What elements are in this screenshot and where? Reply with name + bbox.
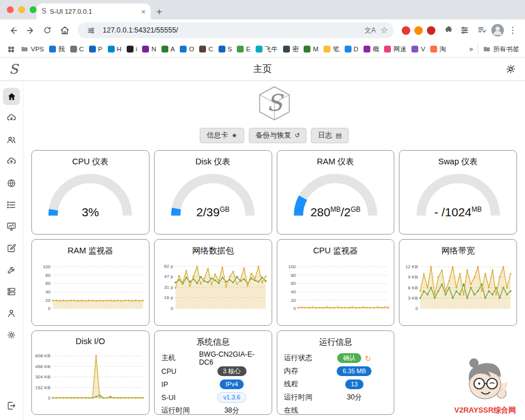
network-packets-chart: 016 p31 p47 p62 p [156, 259, 269, 317]
bookmark-item[interactable]: 概 [364, 45, 379, 54]
reload-button[interactable] [40, 23, 55, 38]
url-text[interactable]: 127.0.0.1:54321/55555/ [103, 26, 360, 34]
forward-button[interactable] [23, 23, 38, 38]
bookmark-favicon [199, 46, 206, 52]
extension-badge-icon[interactable] [427, 26, 435, 35]
new-tab-button[interactable]: + [156, 7, 162, 17]
sidebar-item-config[interactable] [3, 240, 20, 257]
address-bar[interactable]: 127.0.0.1:54321/55555/ 文A ☆ [78, 22, 394, 38]
bookmark-favicon [304, 46, 310, 52]
button-label: 备份与恢复 [256, 131, 292, 140]
bookmark-item[interactable]: 网速 [384, 45, 406, 54]
svg-text:80: 80 [45, 273, 51, 278]
extension-badge-icon[interactable] [402, 26, 410, 35]
card-title: Swap 仪表 [399, 156, 516, 167]
bookmark-item[interactable]: i [127, 46, 138, 52]
sidebar-item-logout[interactable] [3, 397, 20, 414]
extensions-puzzle-icon[interactable] [440, 23, 455, 38]
sidebar-item-endpoints[interactable] [3, 175, 20, 192]
bookmark-item[interactable]: E [237, 46, 251, 52]
gauge-value: 2/39GB [170, 205, 256, 219]
bookmark-item[interactable]: N [142, 46, 156, 52]
bookmark-item[interactable]: 飞牛 [256, 45, 278, 54]
sidebar-item-panel[interactable] [3, 283, 20, 300]
svg-text:31 p: 31 p [164, 285, 173, 290]
translate-icon[interactable]: 文A [365, 26, 376, 35]
ram-monitor-chart: 020406080100 [33, 259, 147, 317]
bookmark-item[interactable]: H [108, 46, 122, 52]
disk-io-card: Disk I/O 0152 KB304 KB456 KB608 KB [31, 330, 150, 415]
sidebar-item-rules[interactable] [3, 196, 20, 213]
log-button[interactable]: 日志▤ [311, 128, 348, 143]
bookmark-label: 我 [58, 45, 65, 54]
info-label: 主机 [161, 353, 199, 363]
apps-grid-icon[interactable] [6, 44, 16, 54]
sidebar-item-admin[interactable] [3, 305, 20, 322]
bookmark-item[interactable]: D [345, 46, 358, 52]
theme-toggle-icon[interactable] [506, 64, 516, 74]
browser-menu-icon[interactable]: ⋮ [506, 25, 519, 35]
back-button[interactable] [6, 23, 21, 38]
bookmark-item[interactable]: C [70, 46, 84, 52]
svg-text:40: 40 [290, 289, 296, 294]
reading-list-icon[interactable] [474, 23, 489, 38]
bookmark-item[interactable]: S [219, 46, 232, 52]
bookmark-item[interactable]: C [199, 46, 213, 52]
card-title: 系统信息 [155, 337, 272, 348]
extension-badge-icon[interactable] [414, 26, 423, 35]
bookmark-item[interactable]: 淘 [430, 45, 446, 54]
browser-tab[interactable]: S S-UI 127.0.0.1 × [37, 3, 151, 19]
zoom-window-button[interactable] [30, 6, 37, 13]
bookmark-item[interactable]: O [180, 46, 194, 52]
info-label: 线程 [284, 379, 322, 389]
bookmark-label: V [421, 46, 425, 52]
sidebar-item-clients[interactable] [3, 131, 20, 148]
svg-text:100: 100 [43, 264, 51, 269]
tab-close-icon[interactable]: × [141, 7, 146, 16]
sidebar-item-monitor[interactable] [3, 218, 20, 235]
browser-toolbar: 127.0.0.1:54321/55555/ 文A ☆ ⋮ [0, 19, 525, 41]
profile-avatar[interactable] [491, 24, 504, 37]
sidebar-item-settings[interactable] [3, 326, 20, 344]
all-bookmarks-button[interactable]: 所有书签 [483, 45, 519, 54]
bookmark-item[interactable]: 笔 [324, 45, 340, 54]
close-window-button[interactable] [7, 6, 14, 13]
folder-label: VPS [31, 46, 44, 52]
bookmark-item[interactable]: A [161, 46, 175, 52]
bookmark-favicon [49, 46, 56, 52]
bookmark-favicon [89, 46, 96, 52]
bookmark-label: P [98, 46, 103, 52]
sidebar-item-home[interactable] [3, 88, 20, 105]
restart-icon[interactable]: ↻ [365, 354, 371, 362]
sidebar-item-tools[interactable] [3, 261, 20, 278]
home-button[interactable] [57, 23, 72, 38]
watermark: V2RAYSSR综合网 [453, 356, 517, 415]
bookmark-item[interactable]: 我 [49, 45, 65, 54]
info-card-button[interactable]: 信息卡★ [200, 128, 244, 143]
bookmark-favicon [384, 46, 391, 52]
bookmark-favicon [180, 46, 187, 52]
bookmark-folder-vps[interactable]: VPS [21, 45, 44, 53]
bookmark-label: 密 [292, 45, 299, 54]
browser-window: S S-UI 127.0.0.1 × + 127.0.0.1:54321/555… [0, 0, 525, 420]
svg-text:6 KB: 6 KB [408, 285, 418, 290]
bookmark-label: 网速 [393, 45, 406, 54]
bookmark-item[interactable]: 密 [283, 45, 299, 54]
minimize-window-button[interactable] [18, 6, 25, 13]
gauge-value: 280MB/2GB [293, 205, 378, 219]
sidebar-item-outbounds[interactable] [3, 153, 20, 170]
settings-sliders-icon[interactable] [457, 23, 472, 38]
swap-gauge: - /1024MB [415, 173, 501, 220]
bookmark-item[interactable]: M [304, 46, 318, 52]
bookmark-star-icon[interactable]: ☆ [381, 25, 388, 35]
info-row-grid: Disk I/O 0152 KB304 KB456 KB608 KB 系统信息 … [31, 330, 517, 415]
svg-text:9 KB: 9 KB [408, 274, 418, 280]
backup-restore-button[interactable]: 备份与恢复↺ [249, 128, 307, 143]
disk-gauge: 2/39GB [170, 173, 256, 220]
info-value: v1.3.6 [199, 392, 265, 403]
bookmark-item[interactable]: V [411, 46, 425, 52]
bookmarks-overflow-icon[interactable]: » [469, 45, 473, 53]
site-settings-icon[interactable] [83, 23, 98, 38]
sidebar-item-inbounds[interactable] [3, 110, 20, 127]
bookmark-item[interactable]: P [89, 46, 103, 52]
